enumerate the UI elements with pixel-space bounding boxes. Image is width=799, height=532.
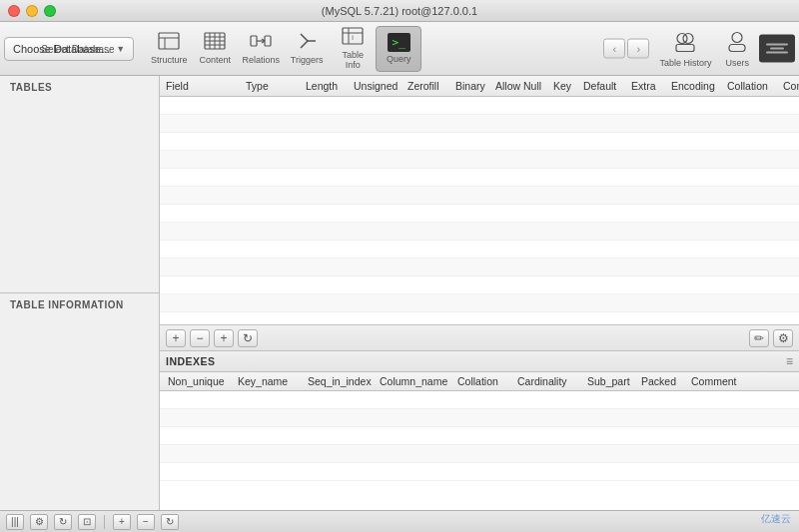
index-row [160,445,799,463]
col-default: Default [577,79,625,93]
bottom-settings-icon[interactable]: ⚙ [30,514,48,530]
table-row [160,97,799,115]
console-button[interactable] [759,35,795,63]
table-history-label: Table History [659,57,711,67]
col-encoding: Encoding [665,79,721,93]
bottom-reload-icon[interactable]: ↻ [161,514,179,530]
query-icon: >_ [388,33,410,52]
structure-label: Structure [151,55,188,65]
forward-button[interactable]: › [627,39,649,59]
edit-button[interactable]: ✏ [749,329,769,347]
nav-arrows: ‹ › [603,39,649,59]
col-zerofill: Zerofill [401,79,449,93]
back-button[interactable]: ‹ [603,39,625,59]
content-icon [204,32,226,53]
main-toolbar: Choose Database... ▼ Select Database Str… [0,22,799,76]
relations-label: Relations [242,55,280,65]
bottom-add-icon[interactable]: + [113,514,131,530]
indexes-menu-icon[interactable]: ≡ [786,354,793,368]
sidebar: TABLES TABLE INFORMATION [0,76,160,510]
indexes-section: INDEXES ≡ Non_unique Key_name Seq_in_ind… [160,350,799,510]
idx-col-comment: Comment [683,374,799,388]
content-label: Content [199,55,231,65]
col-allownull: Allow Null [489,79,547,93]
console-line3 [766,52,788,54]
indexes-header: INDEXES ≡ [160,351,799,372]
indexes-title: INDEXES [166,355,216,367]
table-row [160,276,799,294]
bottom-remove-icon[interactable]: − [137,514,155,530]
duplicate-row-button[interactable]: + [214,329,234,347]
table-history-button[interactable]: Table History [655,28,715,69]
console-line2 [770,48,784,50]
select-database-label: Select Database [8,44,148,55]
watermark: 亿速云 [761,512,791,526]
table-row [160,115,799,133]
svg-point-21 [683,33,693,43]
structure-column-headers: Field Type Length Unsigned Zerofill Bina… [160,76,799,97]
tables-header: TABLES [0,76,159,97]
index-row [160,463,799,481]
index-row [160,391,799,409]
table-info-content [0,314,159,510]
users-button[interactable]: Users [721,28,753,69]
col-binary: Binary [449,79,489,93]
table-info-button[interactable]: i Table Info [330,26,376,72]
svg-rect-0 [159,33,179,49]
row-toolbar: + − + ↻ ✏ ⚙ [160,324,799,350]
sidebar-content[interactable] [0,97,159,292]
settings-button[interactable]: ⚙ [773,329,793,347]
idx-col-seqindex: Seq_in_index [300,374,372,388]
table-history-icon [672,30,698,57]
relations-icon [250,32,272,53]
structure-rows[interactable] [160,97,799,324]
query-label: Query [387,54,411,64]
indexes-rows[interactable] [160,391,799,510]
sidebar-toggle-icon[interactable]: ||| [6,514,24,530]
index-row [160,409,799,427]
triggers-button[interactable]: Triggers [284,26,330,72]
table-row [160,133,799,151]
idx-col-keyname: Key_name [230,374,300,388]
bottom-bar: ||| ⚙ ↻ ⊡ + − ↻ [0,510,799,532]
svg-rect-10 [251,36,257,46]
traffic-lights [8,5,56,17]
idx-col-colname: Column_name [372,374,449,388]
users-icon [726,30,748,57]
query-button[interactable]: >_ Query [376,26,421,72]
col-extra: Extra [625,79,665,93]
svg-text:i: i [352,34,354,41]
minimize-button[interactable] [26,5,38,17]
close-button[interactable] [8,5,20,17]
idx-col-collation: Collation [449,374,509,388]
svg-rect-22 [676,44,694,51]
svg-point-23 [732,32,742,42]
svg-rect-11 [265,36,271,46]
add-row-button[interactable]: + [166,329,186,347]
index-row [160,427,799,445]
bottom-divider [104,515,105,529]
table-row [160,294,799,312]
table-row [160,151,799,169]
col-comment: Comm [777,79,799,93]
bottom-export-icon[interactable]: ⊡ [78,514,96,530]
col-collation: Collation [721,79,777,93]
table-row [160,223,799,241]
table-information-header: TABLE INFORMATION [0,292,159,314]
content-button[interactable]: Content [192,26,238,72]
triggers-label: Triggers [291,55,324,65]
relations-button[interactable]: Relations [238,26,284,72]
console-line1 [766,44,788,46]
col-key: Key [547,79,577,93]
bottom-refresh-icon[interactable]: ↻ [54,514,72,530]
svg-point-20 [677,33,687,43]
maximize-button[interactable] [44,5,56,17]
remove-row-button[interactable]: − [190,329,210,347]
titlebar: (MySQL 5.7.21) root@127.0.0.1 [0,0,799,22]
idx-col-packed: Packed [633,374,683,388]
idx-col-subpart: Sub_part [579,374,633,388]
structure-button[interactable]: Structure [146,26,192,72]
table-row [160,169,799,187]
refresh-rows-button[interactable]: ↻ [238,329,258,347]
main-area: TABLES TABLE INFORMATION Field Type Leng… [0,76,799,510]
